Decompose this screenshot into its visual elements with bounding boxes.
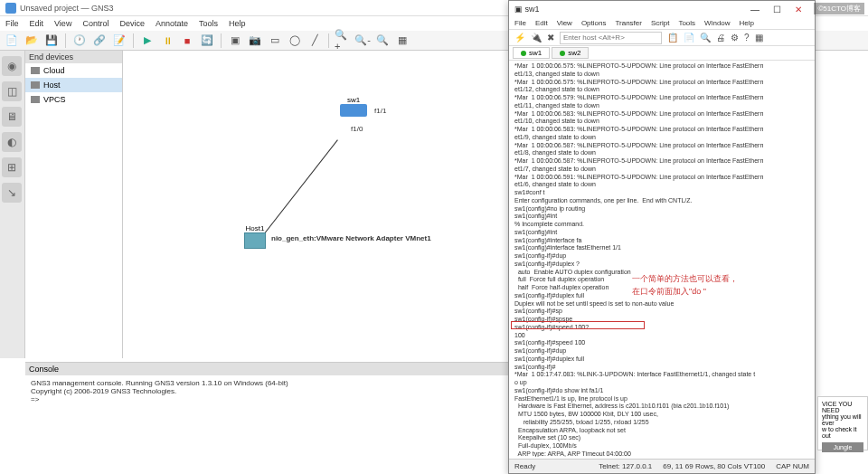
annotation-text-2: 在口令前面加入"do " xyxy=(632,287,706,297)
term-menu-help[interactable]: Help xyxy=(740,19,754,27)
term-menu-tools[interactable]: Tools xyxy=(678,19,695,27)
menu-view[interactable]: View xyxy=(54,19,71,28)
watermark: ©51CTO博客 xyxy=(814,3,864,14)
reconnect-icon[interactable]: 🔌 xyxy=(531,33,542,43)
link-icon[interactable]: 🔗 xyxy=(91,33,108,49)
term-menu-view[interactable]: View xyxy=(557,19,572,27)
menu-annotate[interactable]: Annotate xyxy=(156,19,188,28)
term-menu-window[interactable]: Window xyxy=(704,19,730,27)
console-body[interactable]: GNS3 management console. Running GNS3 ve… xyxy=(25,375,508,407)
annotation-text-1: 一个简单的方法也可以查看， xyxy=(632,274,738,284)
switch-category-icon[interactable]: ◫ xyxy=(2,81,22,101)
find-icon[interactable]: 🔍 xyxy=(700,33,711,43)
status-ready: Ready xyxy=(514,462,535,470)
line-icon[interactable]: ╱ xyxy=(307,33,323,49)
host-label: Host1 xyxy=(244,224,266,232)
switch-icon xyxy=(340,104,367,117)
console-line: GNS3 management console. Running GNS3 ve… xyxy=(31,379,503,387)
zoom-in-icon[interactable]: 🔍+ xyxy=(335,33,351,49)
term-menu-script[interactable]: Script xyxy=(651,19,669,27)
copy-icon[interactable]: 📋 xyxy=(667,33,678,43)
help-icon[interactable]: ? xyxy=(744,33,750,43)
router-category-icon[interactable]: ◉ xyxy=(2,56,22,76)
gns3-console-panel: Console GNS3 management console. Running… xyxy=(25,362,508,470)
console-icon[interactable]: ▣ xyxy=(227,33,243,49)
toolbar-sep xyxy=(133,33,134,48)
minimize-icon[interactable]: — xyxy=(744,2,766,16)
paste-icon[interactable]: 📄 xyxy=(684,33,694,43)
all-category-icon[interactable]: ⊞ xyxy=(2,157,22,177)
layout-icon[interactable]: ▦ xyxy=(755,33,763,43)
term-menubar[interactable]: File Edit View Options Transfer Script T… xyxy=(509,17,815,30)
status-telnet: Telnet: 127.0.0.1 xyxy=(599,462,652,470)
status-position: 69, 11 69 Rows, 80 Cols VT100 xyxy=(663,462,765,470)
menu-device[interactable]: Device xyxy=(119,19,145,28)
terminal-line: sw1(config-if)#do show int fa1/1 xyxy=(514,387,809,395)
term-titlebar[interactable]: ▣ sw1 — ☐ ✕ xyxy=(509,1,815,17)
connect-icon[interactable]: ⚡ xyxy=(514,33,525,43)
print-icon[interactable]: 🖨 xyxy=(716,33,725,43)
play-icon[interactable]: ▶ xyxy=(139,33,156,49)
terminal-line: 100 xyxy=(514,332,809,340)
term-menu-file[interactable]: File xyxy=(514,19,526,27)
ad-line: VICE YOU NEED xyxy=(822,401,863,413)
capture-icon[interactable]: 📷 xyxy=(247,33,263,49)
menu-control[interactable]: Control xyxy=(82,19,108,28)
reload-icon[interactable]: 🔄 xyxy=(199,33,215,49)
open-icon[interactable]: 📂 xyxy=(24,33,40,49)
disconnect-icon[interactable]: ✖ xyxy=(547,33,554,43)
terminal-line: o up xyxy=(514,379,809,387)
term-menu-edit[interactable]: Edit xyxy=(535,19,548,27)
terminal-line: sw1(config-if)#dup xyxy=(514,252,809,261)
zoom-fit-icon[interactable]: 🔍 xyxy=(374,33,391,49)
ellipse-icon[interactable]: ◯ xyxy=(287,33,303,49)
term-menu-options[interactable]: Options xyxy=(581,19,607,27)
maximize-icon[interactable]: ☐ xyxy=(766,2,788,16)
device-vpcs[interactable]: VPCS xyxy=(25,92,122,107)
clock-icon[interactable]: 🕐 xyxy=(71,33,88,49)
tab-sw1[interactable]: sw1 xyxy=(513,47,550,59)
terminal-line: *Mar 1 00:00:06.575: %LINEPROTO-5-UPDOWN… xyxy=(514,79,809,87)
computer-category-icon[interactable]: 🖥 xyxy=(2,107,22,127)
terminal-line: Encapsulation ARPA, loopback not set xyxy=(514,427,809,435)
device-host[interactable]: Host xyxy=(25,78,122,92)
zoom-out-icon[interactable]: 🔍- xyxy=(354,33,371,49)
device-cloud[interactable]: Cloud xyxy=(25,63,122,78)
term-menu-transfer[interactable]: Transfer xyxy=(615,19,642,27)
screenshot-icon[interactable]: ▦ xyxy=(394,33,410,49)
note-icon[interactable]: 📝 xyxy=(111,33,127,49)
terminal-window: ▣ sw1 — ☐ ✕ File Edit View Options Trans… xyxy=(508,0,816,474)
terminal-line: *Mar 1 00:17:47.083: %LINK-3-UPDOWN: Int… xyxy=(514,371,809,379)
tab-sw2[interactable]: sw2 xyxy=(552,47,589,59)
pause-icon[interactable]: ⏸ xyxy=(159,33,175,49)
host-node[interactable]: Host1 xyxy=(244,224,266,249)
menu-file[interactable]: File xyxy=(5,19,19,28)
menu-edit[interactable]: Edit xyxy=(30,19,44,28)
settings-icon[interactable]: ⚙ xyxy=(731,33,739,43)
terminal-line: sw1(config-if)#sp xyxy=(514,308,809,316)
new-icon[interactable]: 📄 xyxy=(4,33,20,49)
link-tool-icon[interactable]: ↘ xyxy=(2,183,22,203)
switch-node[interactable]: sw1 xyxy=(340,96,367,117)
save-icon[interactable]: 💾 xyxy=(43,33,60,49)
ad-sidebar: VICE YOU NEED ything you will ever w to … xyxy=(817,396,868,450)
menu-tools[interactable]: Tools xyxy=(199,19,218,28)
console-line: Copyright (c) 2006-2019 GNS3 Technologie… xyxy=(31,387,503,395)
terminal-line: et1/6, changed state to down xyxy=(514,181,809,189)
terminal-line: *Mar 1 00:00:06.575: %LINEPROTO-5-UPDOWN… xyxy=(514,62,809,71)
devices-panel: End devices Cloud Host VPCS xyxy=(25,51,123,358)
toolbar-sep xyxy=(328,33,329,48)
rect-icon[interactable]: ▭ xyxy=(267,33,283,49)
terminal-content[interactable]: *Mar 1 00:00:06.575: %LINEPROTO-5-UPDOWN… xyxy=(509,61,815,457)
menu-help[interactable]: Help xyxy=(229,19,246,28)
terminal-line: Duplex will not be set until speed is se… xyxy=(514,300,809,308)
stop-icon[interactable]: ■ xyxy=(179,33,195,49)
host-computer-icon xyxy=(244,232,266,249)
host-input[interactable] xyxy=(560,32,662,44)
security-category-icon[interactable]: ◐ xyxy=(2,132,22,152)
status-dot-icon xyxy=(560,51,565,56)
host-connection-label: nio_gen_eth:VMware Network Adapter VMnet… xyxy=(271,234,431,242)
close-icon[interactable]: ✕ xyxy=(788,2,809,16)
terminal-line: Hardware is Fast Ethernet, address is c2… xyxy=(514,403,809,411)
ad-button[interactable]: Jungle xyxy=(822,442,863,452)
